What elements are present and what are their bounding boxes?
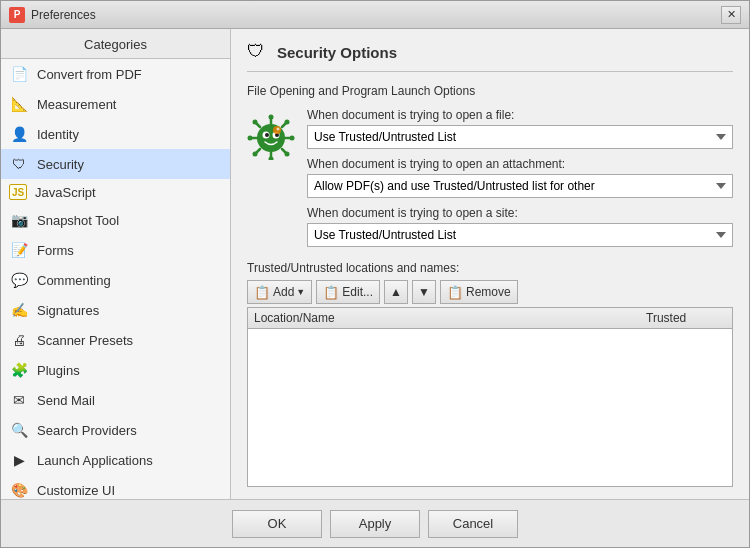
- trusted-table: Location/Name Trusted: [247, 307, 733, 487]
- preferences-window: P Preferences ✕ Categories 📄 Convert fro…: [0, 0, 750, 548]
- sidebar-item-scanner-presets[interactable]: 🖨 Scanner Presets: [1, 325, 230, 355]
- option-group-file: When document is trying to open a file: …: [307, 108, 733, 149]
- trusted-table-body: [248, 329, 732, 486]
- footer: OK Apply Cancel: [1, 499, 749, 547]
- move-down-button[interactable]: ▼: [412, 280, 436, 304]
- signatures-icon: ✍: [9, 300, 29, 320]
- edit-label: Edit...: [342, 285, 373, 299]
- remove-label: Remove: [466, 285, 511, 299]
- option3-label: When document is trying to open a site:: [307, 206, 733, 220]
- svg-point-0: [257, 124, 285, 152]
- col-trusted: Trusted: [646, 311, 726, 325]
- measurement-icon: 📐: [9, 94, 29, 114]
- sidebar-item-identity[interactable]: 👤 Identity: [1, 119, 230, 149]
- sidebar-label-plugins: Plugins: [37, 363, 80, 378]
- sidebar-label-security: Security: [37, 157, 84, 172]
- edit-icon: 📋: [323, 285, 339, 300]
- svg-point-12: [253, 152, 258, 157]
- svg-point-8: [285, 152, 290, 157]
- identity-icon: 👤: [9, 124, 29, 144]
- sidebar: Categories 📄 Convert from PDF 📐 Measurem…: [1, 29, 231, 499]
- add-button[interactable]: 📋 Add ▼: [247, 280, 312, 304]
- sidebar-item-customize-ui[interactable]: 🎨 Customize UI: [1, 475, 230, 499]
- sidebar-label-launch: Launch Applications: [37, 453, 153, 468]
- sidebar-label-send-mail: Send Mail: [37, 393, 95, 408]
- security-shield-icon: 🛡: [247, 41, 269, 63]
- svg-point-2: [269, 115, 274, 120]
- sidebar-item-launch-applications[interactable]: ▶ Launch Applications: [1, 445, 230, 475]
- svg-point-16: [253, 120, 258, 125]
- snapshot-tool-icon: 📷: [9, 210, 29, 230]
- option2-select[interactable]: Allow PDF(s) and use Trusted/Untrusted l…: [307, 174, 733, 198]
- trusted-toolbar: 📋 Add ▼ 📋 Edit... ▲ ▼ 📋 Remove: [247, 280, 733, 304]
- svg-point-22: [277, 128, 280, 131]
- sidebar-header: Categories: [1, 29, 230, 59]
- titlebar: P Preferences ✕: [1, 1, 749, 29]
- sidebar-label-measurement: Measurement: [37, 97, 116, 112]
- main-header: 🛡 Security Options: [247, 41, 733, 72]
- sidebar-label-scanner: Scanner Presets: [37, 333, 133, 348]
- apply-button[interactable]: Apply: [330, 510, 420, 538]
- trusted-section: Trusted/Untrusted locations and names: 📋…: [247, 261, 733, 487]
- option3-select[interactable]: Use Trusted/Untrusted List Always Allow …: [307, 223, 733, 247]
- sidebar-label-snapshot: Snapshot Tool: [37, 213, 119, 228]
- sidebar-label-convert: Convert from PDF: [37, 67, 142, 82]
- javascript-icon: JS: [9, 184, 27, 200]
- sidebar-label-identity: Identity: [37, 127, 79, 142]
- sidebar-item-snapshot-tool[interactable]: 📷 Snapshot Tool: [1, 205, 230, 235]
- cancel-button[interactable]: Cancel: [428, 510, 518, 538]
- option-group-attachment: When document is trying to open an attac…: [307, 157, 733, 198]
- sidebar-items: 📄 Convert from PDF 📐 Measurement 👤 Ident…: [1, 59, 230, 499]
- convert-from-pdf-icon: 📄: [9, 64, 29, 84]
- sidebar-item-javascript[interactable]: JS JavaScript: [1, 179, 230, 205]
- trusted-label: Trusted/Untrusted locations and names:: [247, 261, 733, 275]
- options-panel: When document is trying to open a file: …: [307, 108, 733, 247]
- sidebar-item-plugins[interactable]: 🧩 Plugins: [1, 355, 230, 385]
- sidebar-label-forms: Forms: [37, 243, 74, 258]
- close-button[interactable]: ✕: [721, 6, 741, 24]
- customize-ui-icon: 🎨: [9, 480, 29, 499]
- sidebar-label-customize: Customize UI: [37, 483, 115, 498]
- section-title: File Opening and Program Launch Options: [247, 84, 733, 98]
- app-icon: P: [9, 7, 25, 23]
- svg-point-4: [285, 120, 290, 125]
- security-icon: 🛡: [9, 154, 29, 174]
- window-title: Preferences: [31, 8, 721, 22]
- add-label: Add: [273, 285, 294, 299]
- sidebar-item-signatures[interactable]: ✍ Signatures: [1, 295, 230, 325]
- svg-point-19: [265, 133, 269, 137]
- sidebar-item-security[interactable]: 🛡 Security: [1, 149, 230, 179]
- move-up-button[interactable]: ▲: [384, 280, 408, 304]
- remove-icon: 📋: [447, 285, 463, 300]
- option1-select[interactable]: Use Trusted/Untrusted List Always Allow …: [307, 125, 733, 149]
- svg-point-14: [248, 136, 253, 141]
- sidebar-scroll: 📄 Convert from PDF 📐 Measurement 👤 Ident…: [1, 59, 230, 499]
- trusted-table-header: Location/Name Trusted: [248, 308, 732, 329]
- sidebar-item-convert-from-pdf[interactable]: 📄 Convert from PDF: [1, 59, 230, 89]
- send-mail-icon: ✉: [9, 390, 29, 410]
- remove-button[interactable]: 📋 Remove: [440, 280, 518, 304]
- sidebar-label-javascript: JavaScript: [35, 185, 96, 200]
- option1-label: When document is trying to open a file:: [307, 108, 733, 122]
- scanner-presets-icon: 🖨: [9, 330, 29, 350]
- svg-point-10: [269, 157, 274, 161]
- col-location: Location/Name: [254, 311, 646, 325]
- file-open-section: When document is trying to open a file: …: [247, 108, 733, 247]
- main-panel: 🛡 Security Options File Opening and Prog…: [231, 29, 749, 499]
- edit-button[interactable]: 📋 Edit...: [316, 280, 380, 304]
- search-providers-icon: 🔍: [9, 420, 29, 440]
- sidebar-item-forms[interactable]: 📝 Forms: [1, 235, 230, 265]
- option2-label: When document is trying to open an attac…: [307, 157, 733, 171]
- sidebar-label-commenting: Commenting: [37, 273, 111, 288]
- commenting-icon: 💬: [9, 270, 29, 290]
- sidebar-label-signatures: Signatures: [37, 303, 99, 318]
- sidebar-item-measurement[interactable]: 📐 Measurement: [1, 89, 230, 119]
- ok-button[interactable]: OK: [232, 510, 322, 538]
- forms-icon: 📝: [9, 240, 29, 260]
- launch-applications-icon: ▶: [9, 450, 29, 470]
- sidebar-item-send-mail[interactable]: ✉ Send Mail: [1, 385, 230, 415]
- sidebar-item-search-providers[interactable]: 🔍 Search Providers: [1, 415, 230, 445]
- content-area: Categories 📄 Convert from PDF 📐 Measurem…: [1, 29, 749, 499]
- sidebar-item-commenting[interactable]: 💬 Commenting: [1, 265, 230, 295]
- svg-point-6: [290, 136, 295, 141]
